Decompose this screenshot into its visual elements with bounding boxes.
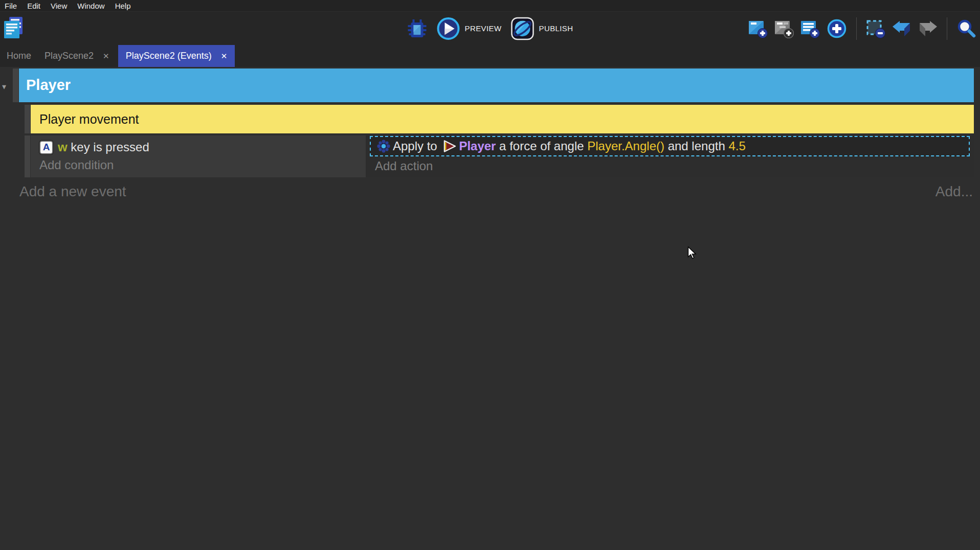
preview-button[interactable]: PREVIEW xyxy=(437,17,502,40)
add-more-button[interactable]: Add... xyxy=(936,184,973,200)
toolbar-separator xyxy=(856,17,857,40)
tab-close-icon[interactable]: ✕ xyxy=(103,52,109,61)
group-drag-handle[interactable] xyxy=(13,68,18,102)
action-length-value: 4.5 xyxy=(728,139,745,153)
gdevelop-window: File Edit View Window Help xyxy=(0,0,980,550)
toolbar-separator xyxy=(947,17,947,40)
event-group-header[interactable]: Player xyxy=(19,68,974,102)
add-event-button[interactable] xyxy=(748,19,768,38)
action-text-apply-to: Apply to xyxy=(393,139,440,153)
comment-text: Player movement xyxy=(39,112,139,126)
preview-label: PREVIEW xyxy=(465,24,502,33)
add-subevent-button[interactable] xyxy=(774,19,794,38)
preview-play-icon xyxy=(437,17,460,40)
collapse-group-icon[interactable]: ▾ xyxy=(2,82,6,91)
action-angle-expression: Player.Angle() xyxy=(587,139,664,153)
group-title: Player xyxy=(26,77,71,93)
menu-view[interactable]: View xyxy=(46,0,72,12)
choose-event-button[interactable] xyxy=(827,18,847,39)
tab-close-icon[interactable]: ✕ xyxy=(221,52,228,61)
comment-drag-handle[interactable] xyxy=(25,105,30,133)
toolbar-right xyxy=(748,12,976,45)
toolbar-center: PREVIEW PUBLISH xyxy=(407,12,573,45)
menu-file[interactable]: File xyxy=(0,0,22,12)
redo-icon xyxy=(918,20,938,37)
add-condition-button[interactable]: Add condition xyxy=(39,158,114,172)
redo-button[interactable] xyxy=(918,20,938,37)
publish-label: PUBLISH xyxy=(539,24,573,33)
add-subevent-icon xyxy=(774,19,794,38)
toolbar: PREVIEW PUBLISH xyxy=(0,12,980,45)
debugger-button[interactable] xyxy=(407,18,428,39)
add-action-button[interactable]: Add action xyxy=(375,159,433,173)
menu-edit[interactable]: Edit xyxy=(22,0,46,12)
condition-text: key is pressed xyxy=(68,140,149,154)
physics-behavior-icon xyxy=(377,140,390,153)
tab-bar: Home PlayScene2 ✕ PlayScene2 (Events) ✕ xyxy=(0,45,980,67)
tab-home[interactable]: Home xyxy=(0,45,38,67)
add-event-icon xyxy=(748,19,768,38)
search-events-button[interactable] xyxy=(956,19,976,38)
menu-help[interactable]: Help xyxy=(110,0,136,12)
event-drag-handle[interactable] xyxy=(25,135,30,177)
undo-icon xyxy=(892,20,911,37)
add-new-event-button[interactable]: Add a new event xyxy=(19,184,126,200)
publish-button[interactable]: PUBLISH xyxy=(510,17,573,40)
remove-selection-icon xyxy=(866,19,885,38)
add-comment-button[interactable] xyxy=(800,19,820,38)
publish-globe-icon xyxy=(510,17,534,40)
search-icon xyxy=(956,19,976,38)
tab-label: PlayScene2 xyxy=(44,51,94,61)
action-object-name: Player xyxy=(459,139,496,153)
action-text-force: a force of angle xyxy=(496,139,587,153)
tab-playscene2[interactable]: PlayScene2 ✕ xyxy=(38,45,116,67)
events-sheet: ▾ Player Player movement A w key is pres… xyxy=(0,67,980,550)
standard-event: A w key is pressed Add condition xyxy=(31,135,974,177)
condition-key-pressed[interactable]: A w key is pressed xyxy=(39,138,149,157)
add-circle-icon xyxy=(827,18,847,39)
menu-window[interactable]: Window xyxy=(72,0,109,12)
add-comment-icon xyxy=(800,19,820,38)
tab-label: PlayScene2 (Events) xyxy=(126,51,212,61)
menu-bar: File Edit View Window Help xyxy=(0,0,980,12)
comment-event[interactable]: Player movement xyxy=(31,105,974,133)
mouse-cursor xyxy=(687,246,698,260)
player-object-icon xyxy=(443,140,456,153)
condition-key-name: w xyxy=(58,140,68,154)
undo-button[interactable] xyxy=(892,20,911,37)
action-apply-force[interactable]: Apply to Player a force of angle Player.… xyxy=(370,136,970,156)
debugger-icon xyxy=(407,18,428,39)
project-manager-button[interactable] xyxy=(3,17,24,39)
actions-panel[interactable]: Apply to Player a force of angle Player.… xyxy=(366,135,974,177)
tab-label: Home xyxy=(7,51,31,61)
delete-selection-button[interactable] xyxy=(866,19,885,38)
keyboard-key-icon: A xyxy=(39,141,53,154)
tab-playscene2-events[interactable]: PlayScene2 (Events) ✕ xyxy=(118,45,235,67)
project-manager-icon xyxy=(3,17,24,39)
action-text-length: and length xyxy=(664,139,728,153)
conditions-panel[interactable]: A w key is pressed Add condition xyxy=(31,135,366,177)
